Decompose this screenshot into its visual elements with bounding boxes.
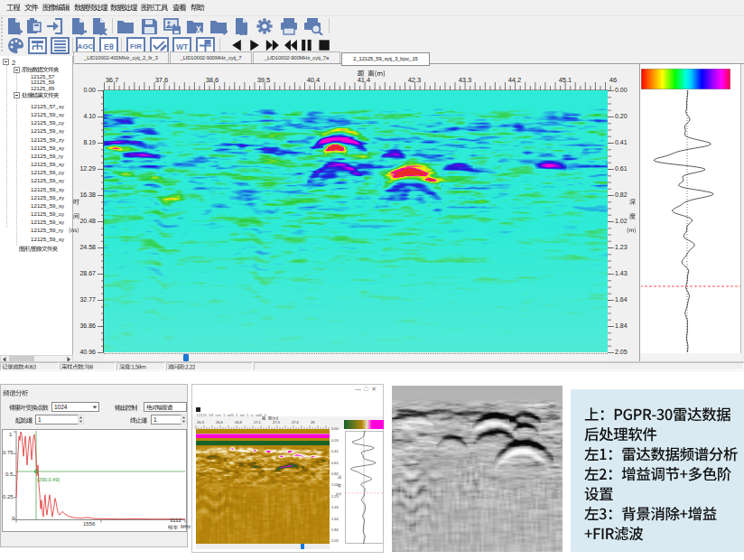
svg-text:0.41: 0.41 [331,449,339,453]
svg-text:26.8: 26.8 [235,420,243,425]
svg-text:0.20: 0.20 [331,438,339,443]
svg-text:1.43: 1.43 [331,505,339,509]
svg-text:0.61: 0.61 [331,461,339,465]
svg-text:0.82: 0.82 [331,471,339,476]
svg-text:FIR: FIR [130,42,142,51]
svg-text:AGC: AGC [78,42,94,51]
svg-text:0.00: 0.00 [331,427,339,431]
svg-text:1.84: 1.84 [331,527,339,532]
svg-text:1.02: 1.02 [331,482,339,487]
svg-text:27.6: 27.6 [292,420,300,425]
svg-text:1.23: 1.23 [331,494,339,499]
svg-text:26.3: 26.3 [197,420,205,425]
svg-text:27.1: 27.1 [254,420,262,425]
svg-text:2.05: 2.05 [331,538,339,543]
svg-text:Eθ: Eθ [104,42,114,51]
svg-text:26.6: 26.6 [216,420,224,425]
svg-text:1.64: 1.64 [331,517,339,521]
svg-text:WT: WT [176,42,189,51]
svg-text:28: 28 [311,420,315,425]
svg-text:27.3: 27.3 [273,420,281,425]
